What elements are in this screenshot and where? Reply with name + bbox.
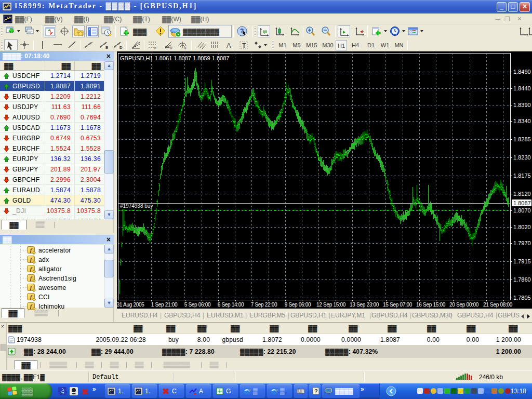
svg-text:16 Sep 15:00: 16 Sep 15:00 (416, 302, 446, 308)
svg-text:#1974938 buy: #1974938 buy (120, 203, 153, 209)
svg-text:T: T (242, 42, 246, 49)
svg-text:5 Sep 06:00: 5 Sep 06:00 (184, 302, 211, 308)
svg-text:1.8175: 1.8175 (513, 172, 531, 179)
svg-text:A: A (227, 42, 231, 49)
svg-text:1.7915: 1.7915 (513, 258, 531, 264)
svg-text:F: F (184, 46, 187, 50)
svg-text:F: F (170, 46, 173, 50)
svg-text:1.8440: 1.8440 (513, 85, 531, 91)
svg-text:1.8390: 1.8390 (513, 102, 531, 108)
svg-text:7 Sep 22:00: 7 Sep 22:00 (251, 302, 277, 308)
svg-text:1.7805: 1.7805 (513, 295, 531, 301)
svg-text:?: ? (314, 388, 318, 394)
svg-text:1.8120: 1.8120 (513, 191, 531, 197)
svg-text:1.7860: 1.7860 (513, 276, 531, 283)
svg-text:1.8087: 1.8087 (513, 200, 531, 206)
svg-text:1 Sep 21:00: 1 Sep 21:00 (151, 302, 178, 308)
svg-text:1.8070: 1.8070 (513, 207, 531, 214)
svg-text:1.8230: 1.8230 (513, 154, 531, 161)
svg-text:1.8285: 1.8285 (513, 136, 531, 142)
svg-text:1.8340: 1.8340 (513, 118, 531, 124)
svg-text:1.7970: 1.7970 (513, 240, 531, 246)
svg-text:9 Sep 06:00: 9 Sep 06:00 (285, 302, 311, 308)
svg-text:E: E (105, 45, 109, 50)
svg-text:15 Sep 07:00: 15 Sep 07:00 (383, 302, 413, 308)
svg-text:31 Aug 2005: 31 Aug 2005 (117, 302, 144, 308)
svg-text:13 Sep 23:00: 13 Sep 23:00 (350, 302, 379, 308)
svg-text:21 Sep 08:00: 21 Sep 08:00 (483, 302, 513, 308)
svg-text:1.8020: 1.8020 (513, 224, 531, 230)
svg-text:6 Sep 14:00: 6 Sep 14:00 (218, 302, 244, 308)
svg-text:D: D (119, 45, 123, 50)
svg-text:12 Sep 15:00: 12 Sep 15:00 (316, 302, 346, 308)
svg-text:GBPUSD,H1 1.8061 1.8087 1.805: GBPUSD,H1 1.8061 1.8087 1.8059 1.8087 (120, 55, 229, 61)
svg-text:F: F (154, 46, 157, 50)
svg-text:20 Sep 00:00: 20 Sep 00:00 (449, 302, 479, 308)
svg-text:1.8490: 1.8490 (513, 69, 531, 75)
